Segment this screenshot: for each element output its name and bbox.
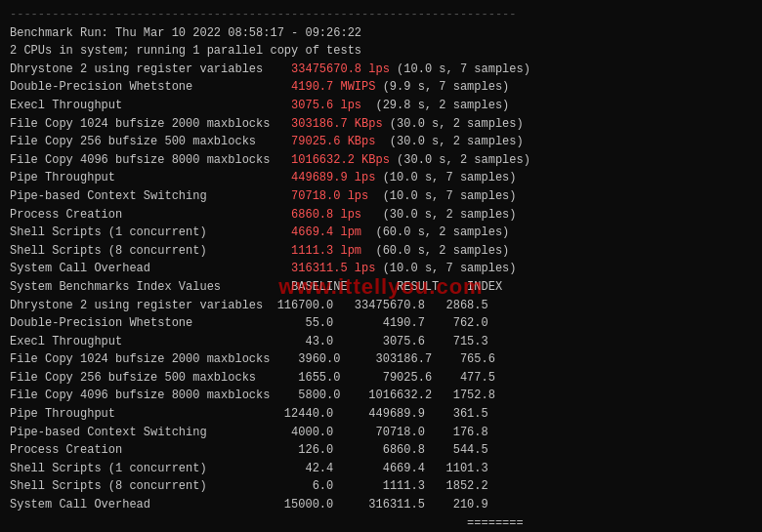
index-baseline: 6.0 xyxy=(263,479,333,493)
index-value: 477.5 xyxy=(432,371,495,385)
bench-value: 6860.8 lps xyxy=(291,208,361,222)
index-label: Shell Scripts (8 concurrent) xyxy=(10,479,263,493)
index-row-10: Shell Scripts (8 concurrent) 6.0 1111.3 … xyxy=(10,477,752,496)
index-label: System Call Overhead xyxy=(10,498,263,512)
index-result: 4669.4 xyxy=(333,462,425,475)
bench-row-3: File Copy 1024 bufsize 2000 maxblocks 30… xyxy=(10,115,752,134)
index-row-2: Execl Throughput 43.0 3075.6 715.3 xyxy=(10,333,752,351)
bench-extra: (9.9 s, 7 samples) xyxy=(375,80,509,94)
bench-extra: (10.0 s, 7 samples) xyxy=(368,189,516,203)
bench-label: File Copy 256 bufsize 500 maxblocks xyxy=(10,135,291,148)
bench-label: Shell Scripts (8 concurrent) xyxy=(10,244,291,258)
bench-extra: (30.0 s, 2 samples) xyxy=(361,208,516,222)
bench-value: 4669.4 lpm xyxy=(291,225,361,239)
bench-label: Process Creation xyxy=(10,208,291,222)
bench-label: Pipe Throughput xyxy=(10,171,291,184)
index-baseline: 42.4 xyxy=(263,462,333,475)
bench-row-9: Shell Scripts (1 concurrent) 4669.4 lpm … xyxy=(10,224,752,242)
bench-row-1: Double-Precision Whetstone 4190.7 MWIPS … xyxy=(10,78,752,97)
bench-extra: (10.0 s, 7 samples) xyxy=(375,262,516,275)
bench-extra: (29.8 s, 2 samples) xyxy=(361,99,509,112)
bench-value: 1016632.2 KBps xyxy=(291,153,390,167)
index-value: 715.3 xyxy=(425,335,488,348)
index-baseline: 126.0 xyxy=(263,443,333,457)
bench-row-2: Execl Throughput 3075.6 lps (29.8 s, 2 s… xyxy=(10,97,752,115)
index-result: 449689.9 xyxy=(333,407,425,421)
index-baseline: 43.0 xyxy=(263,335,333,348)
index-label: Dhrystone 2 using register variables xyxy=(10,299,263,312)
bench-extra: (10.0 s, 7 samples) xyxy=(375,171,516,184)
index-label: File Copy 256 bufsize 500 maxblocks xyxy=(10,371,270,385)
bench-value: 79025.6 KBps xyxy=(291,135,375,148)
index-row-8: Process Creation 126.0 6860.8 544.5 xyxy=(10,441,752,460)
index-value: 176.8 xyxy=(425,426,488,439)
index-row-6: Pipe Throughput 12440.0 449689.9 361.5 xyxy=(10,405,752,424)
index-row-1: Double-Precision Whetstone 55.0 4190.7 7… xyxy=(10,314,752,333)
benchmark-results: Dhrystone 2 using register variables 334… xyxy=(10,61,752,278)
run-info-2: 2 CPUs in system; running 1 parallel cop… xyxy=(10,44,361,58)
bench-extra: (10.0 s, 7 samples) xyxy=(390,62,530,76)
index-value: 2868.5 xyxy=(425,299,488,312)
bench-label: Dhrystone 2 using register variables xyxy=(10,62,291,76)
index-rows: Dhrystone 2 using register variables 116… xyxy=(10,297,752,514)
bench-value: 4190.7 MWIPS xyxy=(291,80,375,94)
bench-extra: (30.0 s, 2 samples) xyxy=(383,117,524,131)
index-baseline: 1655.0 xyxy=(270,371,340,385)
divider-top: ----------------------------------------… xyxy=(10,8,516,21)
bench-extra: (60.0 s, 2 samples) xyxy=(361,244,509,258)
index-row-3: File Copy 1024 bufsize 2000 maxblocks 39… xyxy=(10,350,752,369)
index-row-9: Shell Scripts (1 concurrent) 42.4 4669.4… xyxy=(10,460,752,478)
index-result: 1016632.2 xyxy=(340,389,432,402)
bench-row-0: Dhrystone 2 using register variables 334… xyxy=(10,61,752,79)
index-baseline: 4000.0 xyxy=(263,426,333,439)
index-result: 3075.6 xyxy=(333,335,425,348)
bench-label: Pipe-based Context Switching xyxy=(10,189,291,203)
index-result: 33475670.8 xyxy=(333,299,425,312)
index-label: Pipe Throughput xyxy=(10,407,263,421)
bench-row-5: File Copy 4096 bufsize 8000 maxblocks 10… xyxy=(10,151,752,170)
index-label: File Copy 1024 bufsize 2000 maxblocks xyxy=(10,352,270,366)
bench-row-4: File Copy 256 bufsize 500 maxblocks 7902… xyxy=(10,133,752,151)
index-result: 6860.8 xyxy=(333,443,425,457)
index-row-5: File Copy 4096 bufsize 8000 maxblocks 58… xyxy=(10,387,752,405)
bench-extra: (30.0 s, 2 samples) xyxy=(390,153,530,167)
index-result: 1111.3 xyxy=(333,479,425,493)
equals-line: ======== xyxy=(10,514,752,532)
bench-value: 303186.7 KBps xyxy=(291,117,383,131)
bench-value: 449689.9 lps xyxy=(291,171,375,184)
bench-label: Double-Precision Whetstone xyxy=(10,80,291,94)
index-baseline: 116700.0 xyxy=(263,299,333,312)
index-baseline: 5800.0 xyxy=(270,389,340,402)
bench-value: 1111.3 lpm xyxy=(291,244,361,258)
index-result: 79025.6 xyxy=(340,371,432,385)
index-value: 210.9 xyxy=(425,498,488,512)
bench-extra: (60.0 s, 2 samples) xyxy=(361,225,509,239)
section-header: System Benchmarks Index Values BASELINE … xyxy=(10,278,752,297)
index-value: 544.5 xyxy=(425,443,488,457)
index-label: Process Creation xyxy=(10,443,263,457)
index-row-0: Dhrystone 2 using register variables 116… xyxy=(10,297,752,315)
index-baseline: 3960.0 xyxy=(270,352,340,366)
index-value: 1852.2 xyxy=(425,479,488,493)
index-label: Shell Scripts (1 concurrent) xyxy=(10,462,263,475)
index-label: Double-Precision Whetstone xyxy=(10,316,263,330)
bench-label: System Call Overhead xyxy=(10,262,291,275)
index-result: 4190.7 xyxy=(333,316,425,330)
terminal-window: www.ittellyou.com ----------------------… xyxy=(10,6,752,532)
bench-label: Shell Scripts (1 concurrent) xyxy=(10,225,291,239)
terminal-content: ----------------------------------------… xyxy=(10,6,752,61)
index-label: Pipe-based Context Switching xyxy=(10,426,263,439)
bench-value: 70718.0 lps xyxy=(291,189,368,203)
index-value: 1752.8 xyxy=(432,389,495,402)
index-baseline: 12440.0 xyxy=(263,407,333,421)
index-label: Execl Throughput xyxy=(10,335,263,348)
bench-label: File Copy 4096 bufsize 8000 maxblocks xyxy=(10,153,291,167)
bench-row-8: Process Creation 6860.8 lps (30.0 s, 2 s… xyxy=(10,206,752,225)
index-label: File Copy 4096 bufsize 8000 maxblocks xyxy=(10,389,270,402)
index-baseline: 55.0 xyxy=(263,316,333,330)
bench-row-6: Pipe Throughput 449689.9 lps (10.0 s, 7 … xyxy=(10,169,752,187)
index-result: 316311.5 xyxy=(333,498,425,512)
index-row-4: File Copy 256 bufsize 500 maxblocks 1655… xyxy=(10,369,752,388)
bench-label: Execl Throughput xyxy=(10,99,291,112)
bench-label: File Copy 1024 bufsize 2000 maxblocks xyxy=(10,117,291,131)
